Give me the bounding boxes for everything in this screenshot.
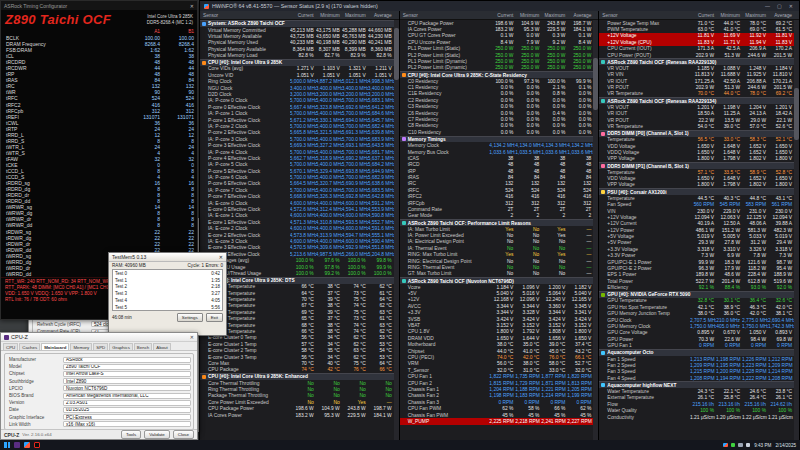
sensor-row[interactable]: Water Quality100 %100 %100 %100 % — [599, 407, 794, 413]
sensor-row[interactable]: GPU Temperature32.8 °C30.1 °C36.4 °C32.6… — [599, 298, 794, 304]
sensor-row[interactable]: E-core 3 Effective Clock4,570.5 MHz4,309… — [200, 245, 394, 251]
test-list-item[interactable]: Test 00:42 — [113, 270, 222, 277]
clock[interactable]: 9:43 PM 2/14/2025 — [754, 443, 796, 448]
sensor-row[interactable]: E-core Cluster 2 Temp58 °C35 °C63 °C54 °… — [200, 347, 394, 353]
sensor-row[interactable]: tRP48484848 — [400, 168, 594, 174]
close-icon[interactable]: ✕ — [190, 334, 194, 340]
sensor-row[interactable]: E-core Cluster 1 Temp57 °C34 °C62 °C53 °… — [200, 341, 394, 347]
sensor-section-header[interactable]: GPU [#0]: NVIDIA GeForce RTX 5090 — [599, 291, 794, 298]
sensor-row[interactable]: IA: P-core 2 Clock5,700.0 MHz5,400.0 MHz… — [200, 123, 394, 129]
sensor-row[interactable]: PL1 Power Limit (Static)250.0 W250.0 W25… — [400, 46, 594, 52]
sensor-row[interactable]: Fan 3 Speed1,215 RPM1,200 RPM1,228 RPM1,… — [599, 369, 794, 375]
sensor-row[interactable]: CPU 1.8V1.800 V1.792 V1.808 V1.800 V — [400, 329, 594, 335]
sensor-row[interactable]: Memory Bus Clock1,033.6 MHz1,033.5 MHz1,… — [400, 149, 594, 155]
sensor-row[interactable]: Core Max70 °C40 °C75 °C64 °C — [200, 360, 394, 366]
sensor-row[interactable]: P-core 2 Effective Clock5,665.8 MHz5,321… — [200, 130, 394, 136]
sensor-row[interactable]: Core Usages (avg)100.0 %97.6 %100.0 %99.… — [200, 257, 394, 263]
sensor-row[interactable]: Physical Memory Available8,364 MB8,307 M… — [200, 46, 394, 52]
sensor-row[interactable]: VR Temperature54.0 °C39.0 °C57.0 °C52.6 … — [599, 123, 794, 129]
test-list[interactable]: Test 00:42Test 11:35Test 22:18Test 33:27… — [112, 269, 223, 311]
maximize-icon[interactable]: ▢ — [775, 3, 784, 9]
test-list-item[interactable]: Test 55:56 — [113, 304, 222, 311]
scrollbar[interactable] — [794, 20, 799, 440]
tab-memory[interactable]: Memory — [70, 343, 92, 350]
sensor-row[interactable]: Efficiency92.1 %88.4 %93.0 %92.0 % — [599, 285, 794, 291]
sensor-row[interactable]: +12V12.168 V12.096 V12.240 V12.165 V — [400, 297, 594, 303]
sensor-row[interactable]: Command Rate2T2T2T2T — [400, 206, 594, 212]
sensor-row[interactable]: Package Thermal ThrottlingNoNoNoNo — [200, 393, 394, 399]
sensor-row[interactable]: IA: Max Turbo LimitYesNoYes— — [400, 226, 594, 232]
sensor-row[interactable]: CPU Uncore Power8.4 W7.9 W9.2 W8.4 W — [400, 39, 594, 45]
sensor-section-header[interactable]: PSU [#0]: Corsair AX1200i — [599, 188, 794, 195]
cpuz-taskbar-icon[interactable] — [14, 442, 20, 448]
sensor-row[interactable]: IA: P-core 6 Clock5,700.0 MHz5,400.0 MHz… — [200, 174, 394, 180]
sensor-row[interactable]: GPU Clock2,707.5 MHz210.0 MHz2,775.0 MHz… — [599, 317, 794, 323]
cpu-temp-tray-icon[interactable] — [731, 443, 736, 448]
sensor-row[interactable]: Temperature57.1 °C33.5 °C58.9 °C52.8 °C — [599, 169, 794, 175]
sensor-row[interactable]: Temperature44.5 °C40.3 °C44.8 °C43.1 °C — [599, 195, 794, 201]
tab-bench[interactable]: Bench — [134, 343, 152, 350]
sensor-row[interactable]: +3.3V3.344 V3.328 V3.344 V3.341 V — [400, 310, 594, 316]
sensor-row[interactable]: VDDQ Voltage1.650 V1.648 V1.652 V1.650 V — [599, 149, 794, 155]
sensor-row[interactable]: +3.3V Power7.3 W6.9 W7.8 W7.3 W — [599, 253, 794, 259]
sensor-row[interactable]: IA: E-core 0 Clock4,600.0 MHz4,400.0 MHz… — [200, 200, 394, 206]
sensor-row[interactable]: T_Sensor32.0 °C31.0 °C33.0 °C32.0 °C — [400, 367, 594, 373]
sensor-section-header[interactable]: ASRock Z890 Taichi OCF: Performance Limi… — [400, 219, 594, 226]
scrollbar-thumb[interactable] — [593, 58, 598, 110]
sensor-row[interactable]: VDD Voltage1.650 V1.648 V1.652 V1.650 V — [599, 175, 794, 181]
timing-configurator-titlebar[interactable]: ASRock Timing Configurator ✕ — [1, 1, 197, 10]
sensor-section-header[interactable]: Aquacomputer Octo — [599, 349, 794, 356]
close-icon[interactable]: ✕ — [787, 3, 795, 9]
sensor-row[interactable]: CPU Fan PWM62 %58 %66 %62 % — [400, 405, 594, 411]
validate-button[interactable]: Validate — [144, 430, 170, 439]
sensor-row[interactable]: +3.3V Voltage3.318 V3.310 V3.326 V3.318 … — [599, 246, 794, 252]
tab-mainboard[interactable]: Mainboard — [41, 343, 69, 350]
sensor-row[interactable]: PL2 Power Limit (Dynamic)250.0 W250.0 W2… — [400, 65, 594, 71]
sensor-row[interactable]: RING: Max Turbo LimitYesNoYes— — [400, 252, 594, 258]
sensor-section-header[interactable]: CPU [#0]: Intel Core Ultra 9 285K: C-Sta… — [400, 71, 594, 78]
sensor-row[interactable]: Flow215.16 l/h213.16 l/h215.16 l/h214.62… — [599, 401, 794, 407]
settings-button[interactable]: Settings — [177, 313, 203, 322]
sensor-row[interactable]: VDD Voltage1.650 V1.648 V1.652 V1.650 V — [599, 143, 794, 149]
sensor-row[interactable]: E-core 0 Effective Clock4,572.6 MHz4,312… — [200, 206, 394, 212]
sensor-row[interactable]: IA: Power Limit ExceededNoNoYes— — [400, 232, 594, 238]
sensor-row[interactable]: Conductivity1.21 μS/cm1.20 μS/cm1.22 μS/… — [599, 414, 794, 420]
sensor-row[interactable]: CPU Package Power198.6 W104.9 W243.8 W19… — [400, 20, 594, 26]
sensor-row[interactable]: tRFC2416416416416 — [400, 194, 594, 200]
sensor-row[interactable]: +5V Power29.3 W27.8 W31.2 W29.4 W — [599, 240, 794, 246]
scrollbar[interactable] — [593, 20, 598, 440]
sensor-row[interactable]: Physical Memory Used40,233 MB40,198 MB40… — [200, 40, 394, 46]
sensor-row[interactable]: P-core 5 Temperature65 °C37 °C73 °C61 °C — [200, 315, 394, 321]
sensor-row[interactable]: P-core 6 Temperature68 °C38 °C74 °C63 °C — [200, 322, 394, 328]
sensor-row[interactable]: Average Effective Clock5,213.6 MHz4,987.… — [200, 251, 394, 257]
sensor-section-header[interactable]: CPU [#0]: Intel Core Ultra 9 285K: Enhan… — [200, 373, 394, 380]
sensor-row[interactable]: IA: P-core 4 Clock5,700.0 MHz5,400.0 MHz… — [200, 149, 394, 155]
sensor-row[interactable]: VR Temperature70.0 °C44.0 °C78.0 °C69.2 … — [599, 91, 794, 97]
sensor-row[interactable]: DRAM VDD1.650 V1.644 V1.656 V1.650 V — [400, 335, 594, 341]
sensor-row[interactable]: P-core 3 Temperature67 °C38 °C74 °C62 °C — [200, 303, 394, 309]
network-tray-icon[interactable] — [738, 443, 743, 448]
sensor-row[interactable]: E-core 1 Effective Clock4,571.3 MHz4,310… — [200, 219, 394, 225]
sensor-row[interactable]: GPU Memory Clock1,750.0 MHz405.0 MHz1,75… — [599, 323, 794, 329]
sensor-section-header[interactable]: CPU [#0]: Intel Core Ultra 9 285K: DTS — [200, 277, 394, 284]
sensor-row[interactable]: Total Power522.7 W201.4 W612.8 W519.6 W — [599, 278, 794, 284]
scrollbar-thumb[interactable] — [794, 88, 799, 140]
sensor-row[interactable]: +12V Voltage12.094 V12.063 V12.125 V12.0… — [599, 214, 794, 220]
sensor-row[interactable]: E-core Cluster 0 Temp56 °C34 °C62 °C53 °… — [200, 335, 394, 341]
sensor-section-header[interactable]: CPU [#0]: Intel Core Ultra 9 285K — [200, 59, 394, 66]
hwinfo-tray-icon[interactable] — [723, 443, 728, 448]
sensor-row[interactable]: Power Stage Temp Max71.0 °C44.0 °C78.0 °… — [599, 20, 794, 26]
timing-tool-taskbar-icon[interactable] — [34, 442, 40, 448]
sensor-row[interactable]: Fan Speed560 RPM545 RPM583 RPM561 RPM — [599, 201, 794, 207]
sensor-row[interactable]: P-core 7 Temperature66 °C38 °C74 °C62 °C — [200, 328, 394, 334]
sensor-row[interactable]: E-core 2 Effective Clock4,573.8 MHz4,313… — [200, 232, 394, 238]
sensor-row[interactable]: P-core 0 Temperature66 °C38 °C74 °C62 °C — [200, 284, 394, 290]
sensor-row[interactable]: Motherboard38.0 °C35.0 °C39.0 °C37.4 °C — [400, 342, 594, 348]
sensor-row[interactable]: P-core 2 Temperature70 °C39 °C75 °C64 °C — [200, 296, 394, 302]
sensor-row[interactable]: tCAS38383838 — [400, 155, 594, 161]
sensor-row[interactable]: Chassis Fan 21,198 RPM1,183 RPM1,214 RPM… — [400, 393, 594, 399]
sensor-row[interactable]: Core Power Limit ExceededNoNoYes— — [200, 399, 394, 405]
sensor-row[interactable]: Chassis Fan PWM45 %45 %45 %45 % — [400, 412, 594, 418]
sensor-section-header[interactable]: DDR5 DIMM [P1] (Channel B, Slot 1) — [599, 162, 794, 169]
sensor-row[interactable]: Water Temperature24.3 °C22.1 °C24.6 °C23… — [599, 388, 794, 394]
